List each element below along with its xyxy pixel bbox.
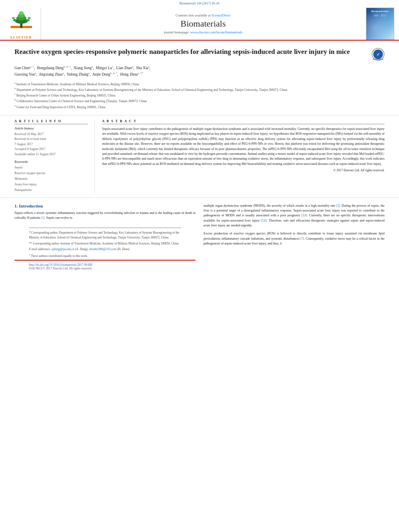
article-info-heading: A R T I C L E I N F O — [14, 119, 88, 124]
ref-7: [7] — [300, 237, 304, 240]
intro-left-col: 1. Introduction Sepsis reflects a severe… — [14, 203, 195, 273]
footnote-star1: * Corresponding author. Department of Po… — [29, 230, 181, 240]
article-section: Reactive oxygen species-responsive polym… — [0, 41, 399, 115]
authors: Gan Chena, 1, Hongzhang Dengb, d, 1, Xia… — [14, 65, 385, 78]
author-xiang-song: Xiang Song — [74, 66, 92, 70]
journal-center: Contents lists available at ScienceDirec… — [41, 8, 365, 40]
author-yulong-zhang: Yulong Zhang — [67, 72, 88, 76]
author-jingxiang-zhao: Jingxiang Zhao — [39, 72, 63, 76]
ref-5-6: [5,6] — [261, 219, 267, 222]
introduction-section: 1. Introduction Sepsis reflects a severe… — [0, 198, 399, 277]
elsevier-logo: ELSEVIER — [5, 8, 41, 40]
author-guoxing-you: Guoxing You — [14, 72, 35, 76]
email-zhou[interactable]: zhouht1966@163.com — [89, 247, 116, 251]
svg-point-7 — [26, 19, 29, 21]
doi-section: http://dx.doi.org/10.1016/j.biomaterials… — [14, 260, 195, 273]
page: Biomaterials 144 (2017) 30–41 — [0, 0, 399, 277]
journal-volume-line: Biomaterials 144 (2017) 30–41 — [0, 0, 399, 5]
ref-2: [2] — [336, 204, 340, 207]
elsevier-label: ELSEVIER — [8, 35, 34, 39]
abstract-text: Sepsis-associated acute liver injury con… — [102, 127, 385, 166]
article-title-row: Reactive oxygen species-responsive polym… — [14, 47, 385, 61]
svg-text:CrossMark: CrossMark — [373, 58, 383, 60]
sciencedirect-link[interactable]: ScienceDirect — [212, 13, 231, 17]
keywords-label: Keywords: — [14, 160, 88, 164]
author-anjie-dong: Anjie Dong — [92, 72, 110, 76]
issn-text: 0142-9612/© 2017 Elsevier Ltd. All right… — [29, 267, 92, 270]
svg-point-5 — [19, 11, 23, 15]
author-sha-xia: Sha Xia — [136, 66, 148, 70]
journal-header: ELSEVIER Contents lists available at Sci… — [0, 5, 399, 41]
author-hong-zhou: Hong Zhou — [120, 72, 138, 76]
article-history-label: Article history: — [14, 127, 88, 130]
footnote-star2: ** Corresponding author. Institute of Tr… — [29, 241, 181, 246]
journal-cover: Biomaterials 144 · 2017 — [365, 8, 394, 40]
journal-title: Biomaterials — [181, 18, 226, 29]
svg-point-9 — [28, 17, 31, 19]
doi-link[interactable]: http://dx.doi.org/10.1016/j.biomaterials… — [29, 263, 93, 267]
received-date: Received 10 May 2017 — [14, 132, 88, 137]
science-direct-line: Contents lists available at ScienceDirec… — [176, 13, 231, 17]
volume-text: Biomaterials 144 (2017) 30–41 — [179, 2, 220, 5]
intro-heading: 1. Introduction — [14, 203, 195, 208]
author-hongzhang-deng: Hongzhang Deng — [37, 66, 64, 70]
keyword-ros: Reactive oxygen species — [14, 170, 88, 176]
svg-text:✓: ✓ — [376, 52, 380, 57]
journal-homepage-line: journal homepage: www.elsevier.com/locat… — [164, 30, 242, 34]
intro-body-left: Sepsis reflects a severe systemic inflam… — [14, 211, 195, 221]
svg-point-6 — [13, 19, 16, 21]
elsevier-tree-icon — [8, 8, 34, 34]
keyword-liver-injury: Acute liver injury — [14, 182, 88, 187]
copyright-line: © 2017 Elsevier Ltd. All rights reserved… — [102, 168, 385, 172]
journal-homepage-link[interactable]: www.elsevier.com/locate/biomaterials — [190, 30, 243, 34]
ref-1: [1] — [41, 216, 45, 220]
article-title-text: Reactive oxygen species-responsive polym… — [14, 47, 368, 57]
abstract-col: A B S T R A C T Sepsis-associated acute … — [95, 119, 385, 193]
keyword-sepsis: Sepsis — [14, 165, 88, 170]
keywords-list: Sepsis Reactive oxygen species Melatonin… — [14, 165, 88, 193]
footnote-area: * Corresponding author. Department of Po… — [29, 228, 181, 258]
author-mingzi-lu: Mingzi Lu — [96, 66, 112, 70]
affiliations: a Institute of Transfusion Medicine, Aca… — [14, 81, 385, 109]
keyword-nanoparticles: Nanoparticles — [14, 187, 88, 193]
author-lian-zhao: Lian Zhao — [116, 66, 132, 70]
intro-body-right2: Excess production of reactive oxygen spe… — [204, 231, 385, 246]
article-info-col: A R T I C L E I N F O Article history: R… — [14, 119, 95, 193]
accepted-date: Accepted 8 August 2017 — [14, 147, 88, 152]
svg-point-8 — [12, 17, 14, 19]
article-info-abstract-section: A R T I C L E I N F O Article history: R… — [0, 115, 399, 198]
cover-image: Biomaterials 144 · 2017 — [366, 8, 394, 40]
revised-label: Received in revised form — [14, 137, 88, 142]
footnote-emails: E-mail addresses: ajdong@tju.edu.cn (A. … — [29, 247, 181, 252]
keyword-melatonin: Melatonin — [14, 176, 88, 182]
author-gan-chen: Gan Chen — [14, 66, 30, 70]
intro-right-col: multiple organ dysfunction syndrome (MOD… — [204, 203, 385, 273]
abstract-heading: A B S T R A C T — [102, 119, 385, 124]
email-dong[interactable]: ajdong@tju.edu.cn — [51, 247, 74, 251]
available-date: Available online 11 August 2017 — [14, 152, 88, 157]
ref-3-4: [3,4] — [301, 214, 307, 217]
footnote-equal: 1 These authors contributed equally to t… — [29, 253, 181, 258]
crossmark-icon[interactable]: ✓ CrossMark — [372, 48, 385, 61]
intro-body-right: multiple organ dysfunction syndrome (MOD… — [204, 203, 385, 228]
revised-date: 7 August 2017 — [14, 142, 88, 147]
